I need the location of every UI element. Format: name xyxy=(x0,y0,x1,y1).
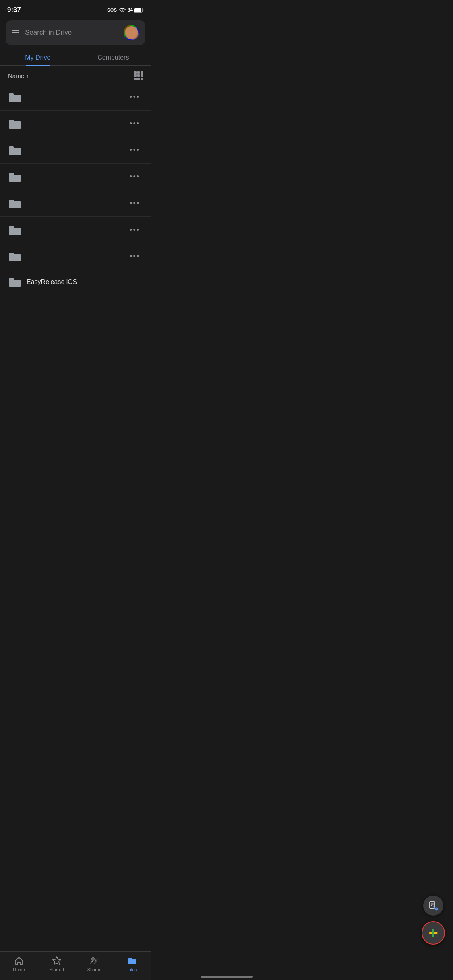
view-toggle-icon[interactable] xyxy=(134,71,143,80)
file-list: ••• ••• ••• ••• xyxy=(0,84,151,290)
more-options-button[interactable]: ••• xyxy=(126,118,143,130)
more-options-button[interactable]: ••• xyxy=(126,224,143,236)
status-bar: 9:37 SOS 84 xyxy=(0,0,151,18)
folder-icon xyxy=(8,145,22,156)
menu-icon[interactable] xyxy=(12,30,19,35)
more-options-button[interactable]: ••• xyxy=(126,171,143,183)
folder-icon xyxy=(8,198,22,209)
list-item[interactable]: ••• xyxy=(0,137,151,164)
folder-icon xyxy=(8,118,22,130)
list-item[interactable]: ••• xyxy=(0,217,151,243)
list-item[interactable]: ••• xyxy=(0,84,151,111)
tabs-container: My Drive Computers xyxy=(0,49,151,66)
sort-label[interactable]: Name ↑ xyxy=(8,72,29,79)
search-bar[interactable]: Search in Drive xyxy=(6,20,145,45)
folder-icon xyxy=(8,171,22,183)
status-icons: SOS 84 xyxy=(107,7,144,13)
svg-rect-2 xyxy=(134,8,141,12)
user-avatar[interactable] xyxy=(124,25,139,40)
sos-indicator: SOS xyxy=(107,8,117,12)
folder-icon xyxy=(8,92,22,103)
tab-my-drive[interactable]: My Drive xyxy=(0,49,76,65)
battery-icon: 84 xyxy=(128,7,144,13)
list-item[interactable]: ••• xyxy=(0,243,151,270)
more-options-button[interactable]: ••• xyxy=(126,251,143,262)
status-time: 9:37 xyxy=(7,6,21,14)
svg-point-0 xyxy=(122,12,122,12)
list-item[interactable]: ••• xyxy=(0,190,151,217)
folder-icon xyxy=(8,251,22,262)
list-item[interactable]: EasyRelease iOS xyxy=(0,270,151,290)
file-name: EasyRelease iOS xyxy=(22,278,143,286)
folder-icon xyxy=(8,224,22,236)
folder-icon xyxy=(8,276,22,288)
list-item[interactable]: ••• xyxy=(0,111,151,137)
list-item[interactable]: ••• xyxy=(0,164,151,190)
wifi-icon xyxy=(119,8,126,12)
more-options-button[interactable]: ••• xyxy=(126,198,143,209)
sort-bar: Name ↑ xyxy=(0,66,151,84)
more-options-button[interactable]: ••• xyxy=(126,91,143,103)
tab-computers[interactable]: Computers xyxy=(76,49,151,65)
more-options-button[interactable]: ••• xyxy=(126,144,143,156)
search-placeholder: Search in Drive xyxy=(25,29,72,37)
sort-arrow: ↑ xyxy=(26,73,29,79)
